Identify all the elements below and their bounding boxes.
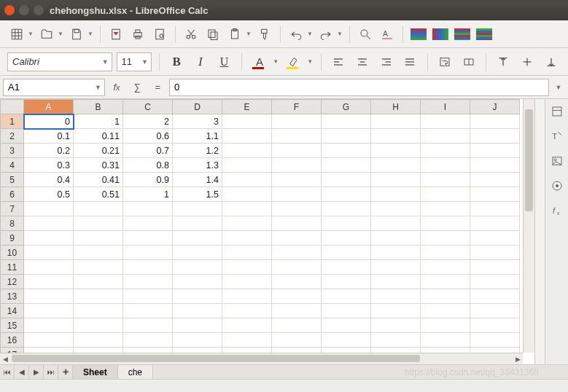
cell[interactable] — [470, 216, 520, 231]
column-header[interactable]: J — [470, 100, 520, 114]
row-header[interactable]: 13 — [1, 289, 24, 304]
cell[interactable] — [173, 231, 222, 246]
cell[interactable] — [74, 260, 123, 275]
cell[interactable] — [222, 289, 272, 304]
cell[interactable] — [322, 216, 371, 231]
cell[interactable] — [222, 187, 272, 202]
cell[interactable] — [322, 348, 371, 353]
cell[interactable] — [272, 348, 322, 353]
cell[interactable] — [222, 129, 272, 144]
cell[interactable] — [123, 348, 173, 353]
last-sheet-button[interactable]: ⏭ — [44, 365, 58, 379]
open-dropdown[interactable]: ▼ — [57, 31, 64, 37]
cell[interactable]: 0.6 — [123, 129, 173, 144]
italic-button[interactable]: I — [191, 52, 211, 71]
cell[interactable] — [272, 158, 322, 173]
row-header[interactable]: 5 — [1, 173, 24, 187]
cell[interactable] — [371, 289, 421, 304]
cell[interactable] — [322, 129, 371, 144]
cell[interactable] — [272, 318, 322, 333]
cell[interactable] — [74, 318, 123, 333]
cell[interactable] — [421, 173, 470, 187]
align-center-button[interactable] — [353, 52, 373, 71]
cell[interactable]: 1 — [123, 187, 173, 202]
cell[interactable] — [421, 144, 470, 158]
row-header[interactable]: 10 — [1, 246, 24, 260]
cell[interactable] — [222, 114, 272, 129]
cell[interactable] — [371, 333, 421, 348]
formula-input[interactable]: 0 — [169, 79, 549, 96]
row-header[interactable]: 12 — [1, 275, 24, 289]
cell[interactable] — [421, 129, 470, 144]
cell[interactable] — [322, 260, 371, 275]
cell[interactable] — [24, 304, 74, 318]
row-header[interactable]: 15 — [1, 318, 24, 333]
row-header[interactable]: 11 — [1, 260, 24, 275]
cell[interactable]: 0.3 — [24, 158, 74, 173]
row-button[interactable] — [409, 25, 428, 44]
cell[interactable] — [123, 246, 173, 260]
cell[interactable] — [371, 304, 421, 318]
print-preview-button[interactable] — [150, 25, 169, 44]
cell[interactable] — [123, 231, 173, 246]
cell[interactable] — [74, 275, 123, 289]
cell[interactable] — [371, 216, 421, 231]
row-header[interactable]: 3 — [1, 144, 24, 158]
cell[interactable] — [74, 304, 123, 318]
cell[interactable] — [322, 202, 371, 216]
cell[interactable] — [222, 216, 272, 231]
cell[interactable] — [371, 348, 421, 353]
bold-button[interactable]: B — [167, 52, 187, 71]
navigator-panel-button[interactable] — [549, 178, 565, 194]
cell[interactable]: 0 — [24, 114, 74, 129]
cell[interactable] — [272, 304, 322, 318]
cell[interactable] — [24, 348, 74, 353]
cell[interactable] — [173, 246, 222, 260]
functions-panel-button[interactable]: fx — [549, 203, 565, 219]
font-size-combo[interactable]: 11▼ — [117, 52, 152, 71]
cell[interactable] — [222, 158, 272, 173]
styles-panel-button[interactable]: T — [549, 128, 565, 144]
undo-dropdown[interactable]: ▼ — [306, 31, 314, 37]
cell[interactable] — [272, 114, 322, 129]
cell[interactable] — [470, 289, 520, 304]
cell[interactable] — [322, 173, 371, 187]
sheet-tab[interactable]: che — [118, 365, 153, 379]
highlight-color-button[interactable] — [284, 52, 305, 71]
cell[interactable] — [371, 318, 421, 333]
cell[interactable] — [470, 173, 520, 187]
cell[interactable] — [421, 114, 470, 129]
cell[interactable] — [322, 231, 371, 246]
cell[interactable] — [222, 348, 272, 353]
paste-dropdown[interactable]: ▼ — [245, 31, 252, 37]
row-header[interactable]: 17 — [1, 348, 24, 353]
cell[interactable] — [421, 187, 470, 202]
new-doc-dropdown[interactable]: ▼ — [27, 31, 34, 37]
row-header[interactable]: 2 — [1, 129, 24, 144]
cell[interactable]: 2 — [123, 114, 173, 129]
cell[interactable] — [272, 333, 322, 348]
cell[interactable] — [173, 202, 222, 216]
cell[interactable] — [470, 348, 520, 353]
cell[interactable] — [272, 187, 322, 202]
hscroll-track[interactable] — [10, 353, 513, 364]
print-button[interactable] — [128, 25, 147, 44]
cell[interactable] — [222, 246, 272, 260]
cell[interactable] — [470, 246, 520, 260]
cell[interactable] — [272, 144, 322, 158]
paste-button[interactable] — [225, 25, 244, 44]
cell[interactable] — [470, 231, 520, 246]
cell[interactable] — [173, 333, 222, 348]
scrollbar-thumb[interactable] — [525, 109, 533, 211]
cell[interactable] — [470, 114, 520, 129]
column-header[interactable]: H — [371, 100, 421, 114]
copy-button[interactable] — [203, 25, 222, 44]
cell[interactable] — [272, 216, 322, 231]
cell[interactable] — [421, 318, 470, 333]
cell[interactable] — [371, 260, 421, 275]
cell[interactable]: 1.2 — [173, 144, 222, 158]
scrollbar-thumb[interactable] — [12, 355, 420, 362]
cell[interactable] — [272, 289, 322, 304]
cell[interactable]: 0.2 — [24, 144, 74, 158]
cut-button[interactable] — [182, 25, 201, 44]
